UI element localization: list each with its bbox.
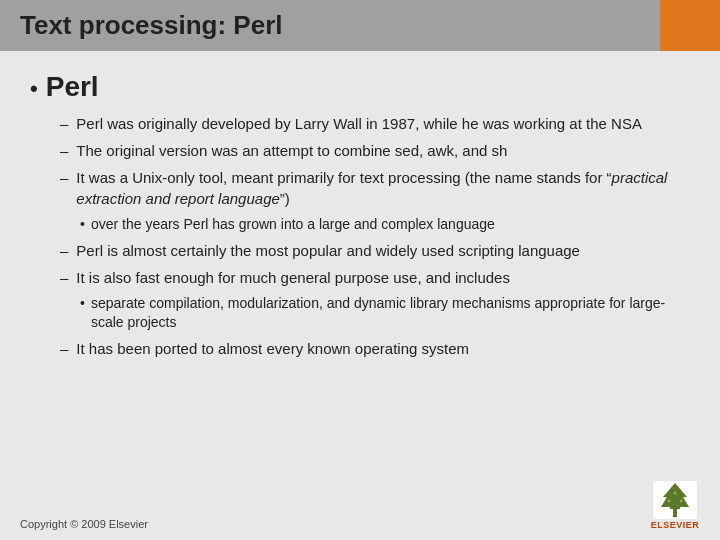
main-bullet: • Perl	[30, 71, 690, 103]
dash-icon: –	[60, 113, 68, 134]
sub-sub-text: separate compilation, modularization, an…	[91, 294, 690, 333]
sub-sub-text: over the years Perl has grown into a lar…	[91, 215, 495, 235]
elsevier-tree-icon	[653, 481, 697, 519]
main-bullet-text: Perl	[46, 71, 99, 103]
slide-title: Text processing: Perl	[20, 10, 283, 41]
svg-point-3	[668, 500, 671, 503]
list-item: – It has been ported to almost every kno…	[60, 338, 690, 359]
svg-point-5	[680, 500, 683, 503]
elsevier-label: ELSEVIER	[651, 520, 700, 530]
sub-sub-item: • over the years Perl has grown into a l…	[80, 215, 690, 235]
bullet-dot: •	[30, 76, 38, 102]
item-text: It is also fast enough for much general …	[76, 267, 690, 288]
item-text: It has been ported to almost every known…	[76, 338, 690, 359]
bullet-dot: •	[80, 215, 85, 235]
item-text: The original version was an attempt to c…	[76, 140, 690, 161]
dash-icon: –	[60, 338, 68, 359]
list-item: – Perl is almost certainly the most popu…	[60, 240, 690, 261]
dash-icon: –	[60, 140, 68, 161]
slide-content: • Perl – Perl was originally developed b…	[0, 51, 720, 540]
svg-point-4	[674, 492, 677, 495]
copyright-footer: Copyright © 2009 Elsevier	[20, 518, 148, 530]
elsevier-logo: ELSEVIER	[645, 475, 705, 530]
item-text: Perl was originally developed by Larry W…	[76, 113, 690, 134]
svg-rect-1	[673, 509, 677, 517]
dash-icon: –	[60, 167, 68, 188]
slide-header: Text processing: Perl	[0, 0, 720, 51]
item-text: Perl is almost certainly the most popula…	[76, 240, 690, 261]
list-item: – It was a Unix-only tool, meant primari…	[60, 167, 690, 209]
list-item: – Perl was originally developed by Larry…	[60, 113, 690, 134]
item-text: It was a Unix-only tool, meant primarily…	[76, 167, 690, 209]
dash-icon: –	[60, 240, 68, 261]
sub-sub-item: • separate compilation, modularization, …	[80, 294, 690, 333]
list-item: – It is also fast enough for much genera…	[60, 267, 690, 288]
dash-icon: –	[60, 267, 68, 288]
sub-items-list: – Perl was originally developed by Larry…	[60, 113, 690, 359]
bullet-dot: •	[80, 294, 85, 314]
header-accent-bar	[660, 0, 720, 51]
slide: Text processing: Perl • Perl – Perl was …	[0, 0, 720, 540]
list-item: – The original version was an attempt to…	[60, 140, 690, 161]
